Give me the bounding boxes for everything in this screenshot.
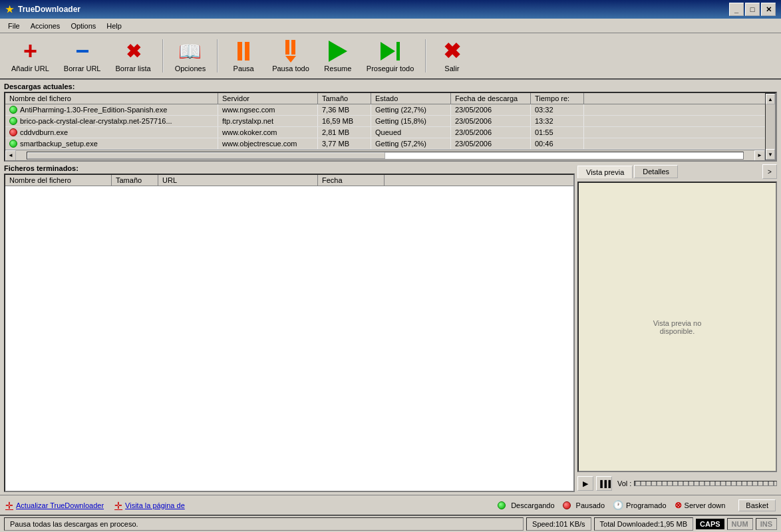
server-down-label: Server down bbox=[685, 501, 726, 509]
preview-play-btn[interactable]: ▶ bbox=[577, 476, 593, 491]
status: Queued bbox=[371, 127, 451, 138]
pause-button[interactable]: Pausa bbox=[224, 36, 263, 76]
update-link[interactable]: ✛ Actualizar TrueDownloader bbox=[5, 500, 104, 511]
size: 16,59 MB bbox=[318, 116, 371, 126]
preview-tabs: Vista previa Detalles > bbox=[577, 164, 777, 179]
basket-button[interactable]: Basket bbox=[738, 499, 776, 511]
delete-url-button[interactable]: − Borrar URL bbox=[58, 36, 107, 76]
hscroll-right-arrow[interactable]: ► bbox=[754, 150, 765, 161]
downloading-label: Descargando bbox=[511, 501, 554, 509]
toolbar-separator-3 bbox=[425, 39, 426, 72]
title-bar: ★ TrueDownloader _ □ ✕ bbox=[0, 0, 781, 19]
menu-bar: File Acciones Options Help bbox=[0, 19, 781, 33]
pause-label: Pausa bbox=[234, 65, 254, 72]
menu-acciones[interactable]: Acciones bbox=[25, 21, 66, 31]
status: Getting (22,7%) bbox=[371, 104, 451, 115]
server: www.ngsec.com bbox=[218, 104, 318, 115]
volume-label: Vol : bbox=[617, 479, 631, 487]
preview-panel: Vista previa Detalles > Vista previa nod… bbox=[577, 164, 777, 492]
add-url-label: Añadir URL bbox=[11, 65, 49, 72]
downloads-table-body: AntiPharming-1.30-Free_Edition-Spanish.e… bbox=[5, 104, 765, 150]
col-status: Estado bbox=[371, 93, 451, 104]
download-row[interactable]: cddvdburn.exe www.okoker.com 2,81 MB Que… bbox=[5, 127, 765, 138]
status-downloading: Descargando bbox=[498, 501, 554, 509]
minimize-button[interactable]: _ bbox=[729, 3, 744, 16]
menu-help[interactable]: Help bbox=[101, 21, 127, 31]
hscroll-thumb[interactable] bbox=[27, 152, 385, 159]
scheduled-icon: 🕐 bbox=[613, 500, 623, 510]
time: 03:32 bbox=[531, 104, 584, 115]
tab-detalles[interactable]: Detalles bbox=[634, 165, 678, 178]
bottom-section: Ficheros terminados: Nombre del fichero … bbox=[4, 164, 777, 492]
download-row[interactable]: brico-pack-crystal-clear-crystalxp.net-2… bbox=[5, 116, 765, 127]
book-icon: 📖 bbox=[178, 39, 202, 63]
exit-button[interactable]: ✖ Salir bbox=[432, 36, 472, 76]
visit-link-text[interactable]: Visita la página de bbox=[125, 501, 185, 509]
close-button[interactable]: ✕ bbox=[761, 3, 776, 16]
vscroll: ▲ ▼ bbox=[765, 93, 776, 160]
maximize-button[interactable]: □ bbox=[745, 3, 760, 16]
status-message-text: Pausa todas las descargas en proceso. bbox=[10, 520, 138, 528]
status-speed: Speed:101 KB/s bbox=[526, 517, 591, 531]
time: 00:46 bbox=[531, 138, 584, 149]
scheduled-label: Programado bbox=[626, 501, 667, 509]
paused-dot bbox=[563, 501, 571, 509]
resume-all-button[interactable]: Proseguir todo bbox=[361, 36, 420, 76]
app-icon: ★ bbox=[5, 4, 14, 15]
visit-link[interactable]: ✛ Visita la página de bbox=[114, 500, 185, 511]
server-down-icon: ⊗ bbox=[675, 500, 682, 510]
tab-vista-previa[interactable]: Vista previa bbox=[577, 166, 633, 178]
update-link-text[interactable]: Actualizar TrueDownloader bbox=[16, 501, 104, 509]
hscroll-left-arrow[interactable]: ◄ bbox=[5, 150, 16, 161]
volume-slider[interactable] bbox=[634, 481, 777, 486]
completed-table-body bbox=[5, 186, 573, 491]
pause-all-label: Pausa todo bbox=[272, 65, 309, 72]
hscroll-area: ◄ ► bbox=[5, 150, 765, 160]
vscroll-track[interactable] bbox=[766, 104, 775, 149]
add-url-button[interactable]: + Añadir URL bbox=[5, 36, 55, 76]
comp-col-url: URL bbox=[158, 175, 318, 186]
menu-file[interactable]: File bbox=[3, 21, 25, 31]
comp-col-date: Fecha bbox=[318, 175, 385, 186]
download-row[interactable]: AntiPharming-1.30-Free_Edition-Spanish.e… bbox=[5, 104, 765, 116]
server: ftp.crystalxp.net bbox=[218, 116, 318, 126]
pause-all-button[interactable]: Pausa todo bbox=[266, 36, 315, 76]
resume-button[interactable]: Resume bbox=[318, 36, 358, 76]
preview-bars-btn[interactable]: ▐▐▐ bbox=[596, 476, 612, 491]
status-server-down: ⊗ Server down bbox=[675, 500, 726, 510]
pause-icon bbox=[232, 39, 255, 63]
filename: brico-pack-crystal-clear-crystalxp.net-2… bbox=[20, 117, 172, 125]
hscroll-bar[interactable] bbox=[27, 152, 744, 160]
download-row[interactable]: smartbackup_setup.exe www.objectrescue.c… bbox=[5, 138, 765, 150]
caps-indicator: CAPS bbox=[696, 519, 724, 529]
toolbar: + Añadir URL − Borrar URL ✖ Borrar lista… bbox=[0, 33, 781, 80]
clear-list-label: Borrar lista bbox=[115, 65, 150, 72]
no-preview-text: Vista previa nodisponible. bbox=[653, 319, 702, 335]
status-total-text: Total Downloaded:1,95 MB bbox=[600, 520, 687, 528]
exit-icon: ✖ bbox=[440, 39, 464, 63]
status-dot bbox=[9, 117, 17, 125]
menu-options[interactable]: Options bbox=[65, 21, 101, 31]
filename: cddvdburn.exe bbox=[20, 128, 68, 136]
options-label: Opciones bbox=[175, 65, 206, 72]
date: 23/05/2006 bbox=[451, 138, 531, 149]
minus-icon: − bbox=[71, 39, 94, 63]
toolbar-separator-2 bbox=[217, 39, 218, 72]
play-icon bbox=[326, 39, 350, 63]
vscroll-down-arrow[interactable]: ▼ bbox=[766, 149, 775, 160]
vscroll-up-arrow[interactable]: ▲ bbox=[766, 94, 775, 104]
resume-label: Resume bbox=[324, 65, 351, 72]
status-message: Pausa todas las descargas en proceso. bbox=[4, 517, 524, 531]
clear-list-button[interactable]: ✖ Borrar lista bbox=[109, 36, 156, 76]
date: 23/05/2006 bbox=[451, 127, 531, 138]
x-icon: ✖ bbox=[121, 39, 145, 63]
col-time: Tiempo re: bbox=[531, 93, 584, 104]
col-size: Tamaño bbox=[318, 93, 371, 104]
paused-label: Pausado bbox=[576, 501, 605, 509]
app-title: TrueDownloader bbox=[18, 5, 80, 14]
status-dot bbox=[9, 128, 17, 136]
preview-area: Vista previa nodisponible. bbox=[577, 182, 777, 472]
options-button[interactable]: 📖 Opciones bbox=[169, 36, 212, 76]
size: 3,77 MB bbox=[318, 138, 371, 149]
tab-arrow[interactable]: > bbox=[762, 164, 777, 179]
